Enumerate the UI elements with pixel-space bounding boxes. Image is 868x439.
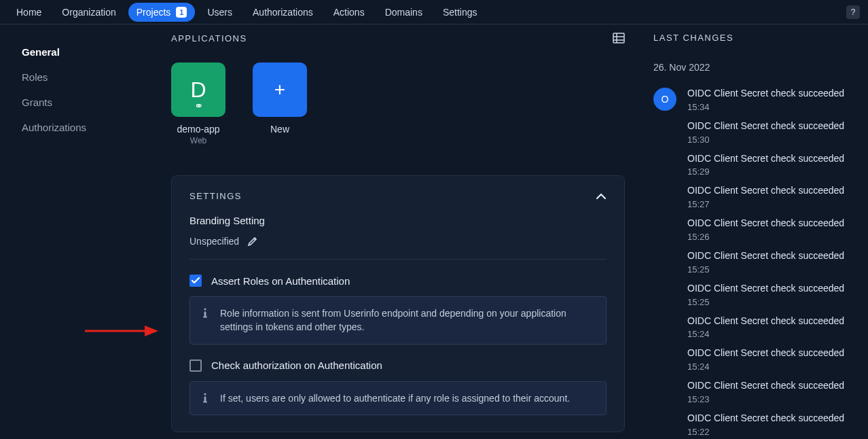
info-icon [201, 393, 209, 404]
chevron-up-icon [596, 193, 607, 200]
nav-projects-label: Projects [137, 7, 171, 18]
svg-rect-11 [204, 396, 206, 402]
svg-rect-2 [613, 33, 624, 43]
event-item[interactable]: OIDC Client Secret check succeeded15:24 [687, 315, 844, 340]
app-name: New [253, 124, 307, 135]
top-nav: Home Organization Projects 1 Users Autho… [0, 0, 868, 24]
oidc-glyph-icon: ⚭ [194, 101, 203, 111]
app-card-demo-app[interactable]: D ⚭ demo-app Web [171, 63, 225, 145]
sidebar: General Roles Grants Authorizations [0, 24, 156, 439]
nav-domains[interactable]: Domains [377, 3, 431, 22]
event-item[interactable]: OIDC Client Secret check succeeded15:34 [687, 88, 844, 112]
event-time: 15:23 [687, 394, 844, 404]
assert-roles-label: Assert Roles on Authentication [211, 275, 350, 287]
applications-title: APPLICATIONS [171, 33, 247, 43]
applications-row: D ⚭ demo-app Web + New [171, 63, 625, 145]
event-title: OIDC Client Secret check succeeded [687, 185, 844, 196]
check-icon [192, 277, 200, 284]
event-item[interactable]: OIDC Client Secret check succeeded15:24 [687, 347, 844, 372]
event-item[interactable]: OIDC Client Secret check succeeded15:29 [687, 153, 844, 177]
check-auth-checkbox[interactable] [189, 359, 202, 372]
avatar: O [653, 88, 676, 111]
event-time: 15:25 [687, 264, 844, 275]
assert-roles-row: Assert Roles on Authentication [189, 275, 607, 287]
event-title: OIDC Client Secret check succeeded [687, 412, 844, 424]
event-time: 15:24 [687, 329, 844, 339]
nav-users[interactable]: Users [199, 3, 240, 22]
branding-label: Branding Setting [189, 215, 607, 226]
event-time: 15:22 [687, 427, 844, 437]
svg-rect-12 [203, 401, 207, 402]
nav-organization[interactable]: Organization [54, 3, 124, 22]
event-title: OIDC Client Secret check succeeded [687, 88, 844, 99]
event-title: OIDC Client Secret check succeeded [687, 153, 844, 164]
event-list: OIDC Client Secret check succeeded15:34O… [687, 88, 844, 439]
branding-value: Unspecified [189, 236, 239, 247]
nav-authorizations[interactable]: Authorizations [245, 3, 321, 22]
app-letter: D [190, 77, 206, 103]
app-tile-new: + [253, 63, 307, 117]
event-time: 15:29 [687, 166, 844, 177]
event-item[interactable]: OIDC Client Secret check succeeded15:30 [687, 120, 844, 145]
edit-icon[interactable] [247, 236, 258, 247]
svg-rect-9 [203, 317, 207, 318]
sidebar-item-authorizations[interactable]: Authorizations [22, 115, 140, 140]
nav-settings[interactable]: Settings [435, 3, 486, 22]
event-title: OIDC Client Secret check succeeded [687, 283, 844, 294]
check-auth-row: Check authorization on Authentication [189, 359, 607, 372]
app-tile: D ⚭ [171, 63, 225, 117]
sidebar-item-general[interactable]: General [22, 39, 140, 65]
event-time: 15:34 [687, 102, 844, 112]
app-card-new[interactable]: + New [253, 63, 307, 145]
settings-card: SETTINGS Branding Setting Unspecified [171, 175, 625, 432]
settings-header[interactable]: SETTINGS [189, 191, 607, 201]
event-item[interactable]: OIDC Client Secret check succeeded15:27 [687, 185, 844, 209]
last-changes-date: 26. Nov 2022 [653, 62, 852, 73]
check-auth-info: If set, users are only allowed to authen… [189, 381, 607, 415]
main-column: APPLICATIONS D ⚭ demo-app Web + [156, 24, 645, 439]
settings-title: SETTINGS [189, 191, 242, 201]
assert-roles-info: Role information is sent from Userinfo e… [189, 296, 607, 345]
event-item[interactable]: OIDC Client Secret check succeeded15:22 [687, 412, 844, 437]
event-title: OIDC Client Secret check succeeded [687, 380, 844, 391]
event-time: 15:24 [687, 362, 844, 372]
event-title: OIDC Client Secret check succeeded [687, 120, 844, 132]
arrow-annotation-icon [85, 324, 160, 338]
svg-rect-8 [204, 312, 206, 317]
plus-icon: + [274, 79, 285, 101]
event-item[interactable]: OIDC Client Secret check succeeded15:25 [687, 250, 844, 275]
event-time: 15:25 [687, 297, 844, 307]
check-auth-info-text: If set, users are only allowed to authen… [220, 391, 570, 405]
event-item[interactable]: OIDC Client Secret check succeeded15:25 [687, 283, 844, 307]
help-button[interactable]: ? [846, 5, 860, 19]
list-view-icon[interactable] [613, 33, 625, 43]
svg-point-7 [204, 308, 206, 310]
svg-point-10 [204, 393, 206, 395]
event-time: 15:27 [687, 199, 844, 209]
nav-projects[interactable]: Projects 1 [128, 3, 196, 22]
last-changes-title: LAST CHANGES [653, 33, 852, 43]
assert-roles-info-text: Role information is sent from Userinfo e… [220, 306, 595, 334]
app-name: demo-app [171, 124, 225, 135]
event-title: OIDC Client Secret check succeeded [687, 315, 844, 327]
event-item[interactable]: OIDC Client Secret check succeeded15:26 [687, 217, 844, 242]
event-item[interactable]: OIDC Client Secret check succeeded15:23 [687, 380, 844, 404]
check-auth-label: Check authorization on Authentication [211, 359, 382, 371]
assert-roles-checkbox[interactable] [189, 275, 202, 287]
event-title: OIDC Client Secret check succeeded [687, 217, 844, 229]
nav-actions[interactable]: Actions [325, 3, 373, 22]
app-subtype: Web [171, 136, 225, 145]
sidebar-item-roles[interactable]: Roles [22, 65, 140, 90]
nav-home[interactable]: Home [8, 3, 50, 22]
event-title: OIDC Client Secret check succeeded [687, 347, 844, 359]
event-title: OIDC Client Secret check succeeded [687, 250, 844, 262]
event-time: 15:30 [687, 135, 844, 145]
right-rail: LAST CHANGES 26. Nov 2022 O OIDC Client … [645, 24, 868, 439]
nav-links: Home Organization Projects 1 Users Autho… [8, 3, 846, 22]
info-icon [201, 308, 209, 319]
event-time: 15:26 [687, 232, 844, 242]
sidebar-item-grants[interactable]: Grants [22, 90, 140, 115]
nav-projects-badge: 1 [176, 7, 187, 18]
